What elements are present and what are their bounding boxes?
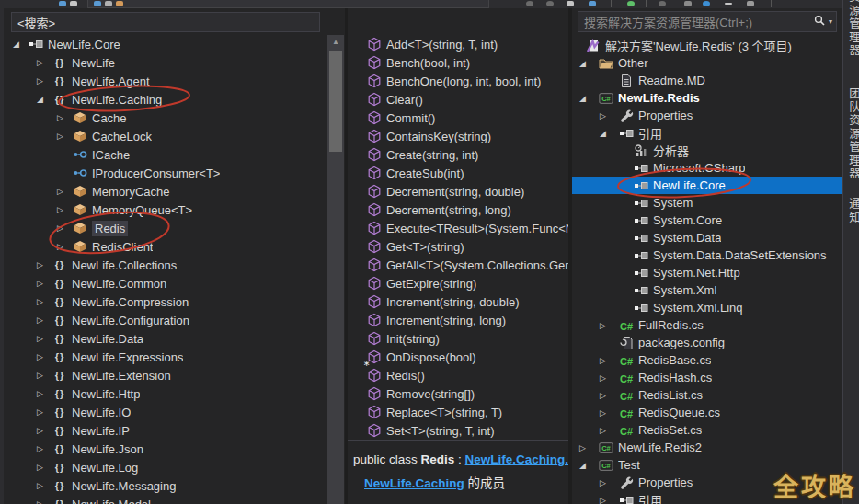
member-item-clear[interactable]: Clear() <box>348 90 568 109</box>
collapsed-icon[interactable]: ▷ <box>37 297 52 306</box>
collapsed-icon[interactable]: ▷ <box>600 321 618 330</box>
collapsed-icon[interactable]: ▷ <box>37 371 52 380</box>
member-item-decrement-string-long[interactable]: Decrement(string, long) <box>348 200 568 219</box>
member-item-remove-string[interactable]: Remove(string[]) <box>348 384 568 403</box>
classview-item-redis[interactable]: ▷Redis <box>4 219 345 237</box>
toolbar-icon[interactable] <box>659 1 666 6</box>
scrollbar-thumb[interactable] <box>329 51 342 152</box>
collapsed-icon[interactable]: ▷ <box>37 389 52 398</box>
member-item-increment-string-long[interactable]: Increment(string, long) <box>348 311 568 329</box>
classview-item-newlife-core[interactable]: ◢NewLife.Core <box>4 35 345 53</box>
solution-item-redisqueue-cs[interactable]: ▷C#RedisQueue.cs <box>572 404 842 421</box>
classview-item-newlife-io[interactable]: ▷{}NewLife.IO <box>4 403 345 421</box>
expanded-icon[interactable]: ◢ <box>579 59 598 68</box>
collapsed-icon[interactable]: ▷ <box>600 408 618 418</box>
class-view-scrollbar[interactable]: ▲ <box>327 35 344 504</box>
collapsed-icon[interactable]: ▷ <box>37 334 52 343</box>
solution-item-item[interactable]: ◢引用 <box>572 124 842 142</box>
classview-item-icache[interactable]: ICache <box>4 145 345 164</box>
namespace-link[interactable]: NewLife.Caching <box>364 476 464 490</box>
collapsed-icon[interactable]: ▷ <box>57 242 72 251</box>
member-item-getexpire-string[interactable]: GetExpire(string) <box>348 274 568 292</box>
class-view-search-input[interactable]: <搜索> <box>11 12 320 32</box>
solution-item-newlife-redis[interactable]: ◢C#NewLife.Redis <box>572 89 842 107</box>
member-item-increment-string-double[interactable]: Increment(string, double) <box>348 292 568 311</box>
expanded-icon[interactable]: ◢ <box>37 95 52 104</box>
collapsed-icon[interactable]: ▷ <box>37 58 52 67</box>
collapsed-icon[interactable]: ▷ <box>37 499 52 504</box>
tab-team-explorer[interactable]: 团队资源管理器 <box>845 87 859 181</box>
solution-item-system-data[interactable]: System.Data <box>572 229 842 246</box>
toolbar-icon[interactable] <box>747 1 754 6</box>
collapsed-icon[interactable]: ▷ <box>57 223 72 233</box>
collapsed-icon[interactable]: ▷ <box>57 113 72 122</box>
collapsed-icon[interactable]: ▷ <box>579 443 598 452</box>
solution-item-item[interactable]: 分析器 <box>572 142 842 159</box>
search-options-caret-icon[interactable]: ▾ <box>829 17 832 26</box>
classview-item-newlife-ip[interactable]: ▷{}NewLife.IP <box>4 421 345 440</box>
toolbar-combo[interactable] <box>87 0 489 8</box>
toolbar-icon[interactable] <box>59 1 66 6</box>
member-item-add-t-string-t-int[interactable]: Add<T>(string, T, int) <box>348 35 568 53</box>
member-item-decrement-string-double[interactable]: Decrement(string, double) <box>348 182 568 200</box>
solution-item-system-xml[interactable]: System.Xml <box>572 281 842 299</box>
member-item-get-t-string[interactable]: Get<T>(string) <box>348 237 568 256</box>
toolbar-icon[interactable] <box>725 3 732 5</box>
solution-item-system-net-http[interactable]: System.Net.Http <box>572 264 842 281</box>
solution-item-redishash-cs[interactable]: ▷C#RedisHash.cs <box>572 369 842 386</box>
classview-item-newlife-extension[interactable]: ▷{}NewLife.Extension <box>4 366 345 384</box>
expanded-icon[interactable]: ◢ <box>13 40 28 49</box>
toolbar-icon[interactable] <box>546 1 554 6</box>
solution-item-system-data-datasetextensions[interactable]: System.Data.DataSetExtensions <box>572 246 842 264</box>
classview-item-newlife-model[interactable]: ▷{}NewLife.Model <box>4 495 345 504</box>
toolbar-icon[interactable] <box>526 1 533 6</box>
collapsed-icon[interactable]: ▷ <box>37 315 52 325</box>
collapsed-icon[interactable]: ▷ <box>37 260 52 269</box>
classview-item-newlife-log[interactable]: ▷{}NewLife.Log <box>4 458 345 476</box>
solution-item-fullredis-cs[interactable]: ▷C#FullRedis.cs <box>572 316 842 334</box>
collapsed-icon[interactable]: ▷ <box>37 481 52 490</box>
collapsed-icon[interactable]: ▷ <box>37 279 52 288</box>
classview-item-newlife-messaging[interactable]: ▷{}NewLife.Messaging <box>4 476 345 495</box>
search-icon[interactable] <box>814 15 826 29</box>
classview-item-newlife-configuration[interactable]: ▷{}NewLife.Configuration <box>4 311 345 329</box>
solution-item-newlife-redis-3[interactable]: 解决方案'NewLife.Redis' (3 个项目) <box>572 37 842 54</box>
toolbar-icon[interactable] <box>70 1 77 6</box>
member-item-containskey-string[interactable]: ContainsKey(string) <box>348 127 568 145</box>
solution-item-system-xml-linq[interactable]: System.Xml.Linq <box>572 299 842 316</box>
solution-item-packages-config[interactable]: packages.config <box>572 334 842 351</box>
solution-item-system-core[interactable]: System.Core <box>572 212 842 229</box>
collapsed-icon[interactable]: ▷ <box>37 407 52 417</box>
member-item-commit[interactable]: Commit() <box>348 109 568 127</box>
classview-item-newlife-collections[interactable]: ▷{}NewLife.Collections <box>4 256 345 274</box>
classview-item-memoryqueue-t[interactable]: ▷MemoryQueue<T> <box>4 200 345 219</box>
member-item-replace-t-string-t[interactable]: Replace<T>(string, T) <box>348 403 568 421</box>
classview-item-newlife-http[interactable]: ▷{}NewLife.Http <box>4 384 345 403</box>
collapsed-icon[interactable]: ▷ <box>600 111 618 120</box>
classview-item-iproducerconsumer-t[interactable]: IProducerConsumer<T> <box>4 164 345 182</box>
tab-notifications[interactable]: 通知 <box>845 198 859 224</box>
solution-item-redisbase-cs[interactable]: ▷C#RedisBase.cs <box>572 351 842 369</box>
start-icon[interactable] <box>627 1 635 6</box>
classview-item-newlife-agent[interactable]: ▷{}NewLife.Agent <box>4 72 345 90</box>
classview-item-cachelock[interactable]: ▷CacheLock <box>4 127 345 145</box>
toolbar-icon[interactable] <box>567 1 574 6</box>
member-item-set-t-string-t-int[interactable]: Set<T>(string, T, int) <box>348 421 568 440</box>
member-item-bench-bool-int[interactable]: Bench(bool, int) <box>348 53 568 72</box>
classview-item-newlife-json[interactable]: ▷{}NewLife.Json <box>4 440 345 458</box>
collapsed-icon[interactable]: ▷ <box>37 463 52 472</box>
classview-item-memorycache[interactable]: ▷MemoryCache <box>4 182 345 200</box>
collapsed-icon[interactable]: ▷ <box>57 187 72 196</box>
expanded-icon[interactable]: ◢ <box>579 94 598 103</box>
base-type-link[interactable]: NewLife.Caching. <box>465 452 568 466</box>
collapsed-icon[interactable]: ▷ <box>600 426 618 435</box>
toolbar-icon[interactable] <box>703 1 710 6</box>
collapsed-icon[interactable]: ▷ <box>37 426 52 435</box>
expanded-icon[interactable]: ◢ <box>600 129 618 138</box>
classview-item-newlife-expressions[interactable]: ▷{}NewLife.Expressions <box>4 348 345 366</box>
member-item-init-string[interactable]: Init(string) <box>348 329 568 348</box>
expanded-icon[interactable]: ◢ <box>579 461 598 470</box>
member-item-execute-tresult-system-func-ne[interactable]: Execute<TResult>(System.Func<Ne <box>348 219 568 237</box>
classview-item-newlife-common[interactable]: ▷{}NewLife.Common <box>4 274 345 292</box>
solution-item-system[interactable]: System <box>572 194 842 212</box>
